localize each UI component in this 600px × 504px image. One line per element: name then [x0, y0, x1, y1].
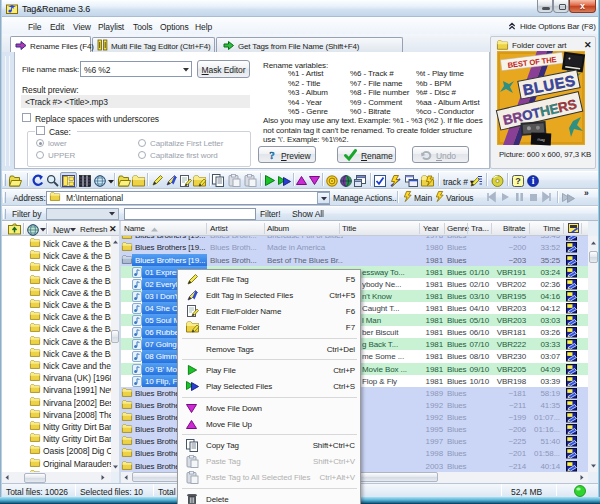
svg-text:?: ?	[269, 149, 274, 161]
svg-text:i: i	[532, 176, 535, 186]
svg-text:mag: mag	[537, 137, 545, 142]
svg-text:?: ?	[515, 176, 520, 186]
